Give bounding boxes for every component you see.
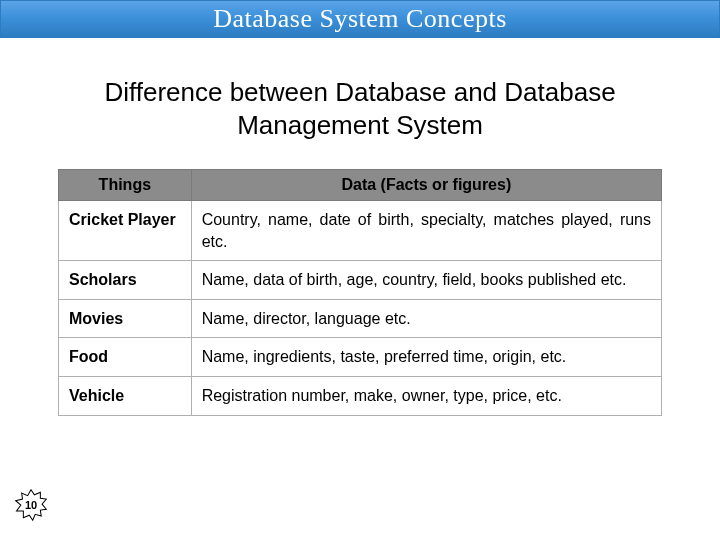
cell-thing: Scholars	[59, 261, 192, 300]
title-bar: Database System Concepts	[0, 0, 720, 38]
cell-data: Registration number, make, owner, type, …	[191, 376, 661, 415]
comparison-table-wrap: Things Data (Facts or figures) Cricket P…	[58, 169, 662, 416]
cell-data: Name, ingredients, taste, preferred time…	[191, 338, 661, 377]
table-header-data: Data (Facts or figures)	[191, 170, 661, 201]
cell-thing: Food	[59, 338, 192, 377]
page-number: 10	[25, 499, 37, 511]
cell-thing: Cricket Player	[59, 201, 192, 261]
table-row: Vehicle Registration number, make, owner…	[59, 376, 662, 415]
cell-data: Name, data of birth, age, country, field…	[191, 261, 661, 300]
table-row: Cricket Player Country, name, date of bi…	[59, 201, 662, 261]
table-row: Scholars Name, data of birth, age, count…	[59, 261, 662, 300]
cell-data: Country, name, date of birth, specialty,…	[191, 201, 661, 261]
slide-heading: Difference between Database and Database…	[0, 76, 720, 141]
table-header-things: Things	[59, 170, 192, 201]
table-row: Food Name, ingredients, taste, preferred…	[59, 338, 662, 377]
cell-thing: Movies	[59, 299, 192, 338]
page-number-badge: 10	[14, 488, 48, 522]
comparison-table: Things Data (Facts or figures) Cricket P…	[58, 169, 662, 416]
table-row: Movies Name, director, language etc.	[59, 299, 662, 338]
cell-data: Name, director, language etc.	[191, 299, 661, 338]
title-bar-text: Database System Concepts	[213, 4, 507, 34]
cell-thing: Vehicle	[59, 376, 192, 415]
